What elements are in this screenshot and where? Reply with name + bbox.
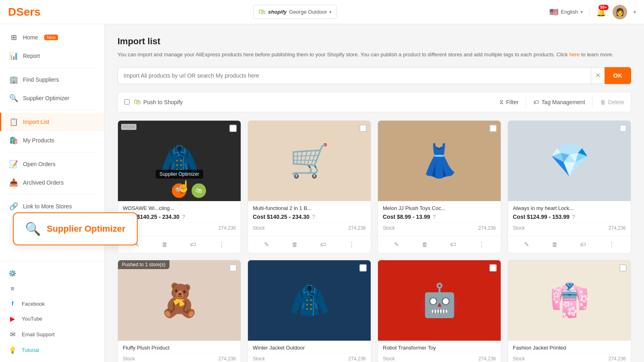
edit-icon-4[interactable]: ✎ [522, 239, 531, 250]
product-card-6[interactable]: 🧥 Winter Jacket Outdoor Stock 274,236 ✎ … [248, 260, 371, 362]
sidebar-nav: ⊞ Home New 📊 Report 🏢 Find Suppliers 🔍 S… [0, 24, 104, 261]
more-icon-2[interactable]: ⋮ [347, 239, 356, 250]
product-checkbox-8[interactable] [619, 264, 627, 272]
sidebar: ⊞ Home New 📊 Report 🏢 Find Suppliers 🔍 S… [0, 24, 105, 362]
shopify-overlay-icon[interactable]: 🛍 [192, 183, 206, 198]
layout: ⊞ Home New 📊 Report 🏢 Find Suppliers 🔍 S… [0, 24, 644, 362]
delete-icon-4[interactable]: 🗑 [550, 239, 559, 249]
product-name-4: Always in my heart Lock... [513, 205, 626, 211]
product-card-8[interactable]: 👘 Fashion Jacket Printed Stock 274,236 ✎… [508, 260, 631, 362]
product-card-1[interactable]: WUSA 🧥 Supplier Optimizer 🔍 🛍 ☝️ WOSAWE … [118, 120, 241, 253]
sidebar-item-home[interactable]: ⊞ Home New [0, 28, 104, 47]
product-stock-8: Stock 274,236 [513, 353, 626, 362]
learn-more-link[interactable]: here [569, 51, 580, 58]
filter-button[interactable]: ⧖ Filter [500, 99, 518, 105]
product-checkbox-6[interactable] [359, 264, 367, 272]
cost-help-3[interactable]: ? [433, 214, 436, 220]
shopify-icon: 🛍 [258, 8, 266, 16]
product-checkbox-7[interactable] [489, 264, 497, 272]
product-card-4[interactable]: 💎 Always in my heart Lock... Cost $124.9… [508, 120, 631, 253]
select-all-checkbox[interactable] [124, 99, 130, 105]
sidebar-footer-settings[interactable]: ⚙️ [0, 265, 104, 281]
product-checkbox-1[interactable] [229, 125, 237, 132]
shopify-store-selector[interactable]: 🛍 shopify George Outdoor ▾ [253, 5, 337, 19]
language-selector[interactable]: 🇺🇸 English ▾ [549, 8, 583, 16]
cost-help-2[interactable]: ? [312, 214, 316, 220]
product-checkbox-5[interactable] [229, 264, 237, 272]
product-checkbox-3[interactable] [489, 125, 497, 132]
sidebar-item-find-suppliers[interactable]: 🏢 Find Suppliers [0, 70, 104, 89]
product-body-8: Fashion Jacket Printed Stock 274,236 [508, 341, 631, 362]
sidebar-footer-facebook[interactable]: f Facebook [0, 296, 104, 311]
tag-icon-1[interactable]: 🏷 [188, 239, 198, 249]
avatar[interactable]: 👩 [613, 5, 627, 19]
cost-help-4[interactable]: ? [572, 214, 576, 220]
toolbar-divider-1 [526, 96, 526, 108]
sidebar-item-supplier-optimizer[interactable]: 🔍 Supplier Optimizer [0, 89, 104, 107]
delete-button[interactable]: 🗑 Delete [600, 99, 624, 105]
sidebar-item-my-products[interactable]: 🛍️ My Products [0, 131, 104, 150]
tag-icon-2[interactable]: 🏷 [318, 239, 328, 249]
find-suppliers-icon: 🏢 [9, 75, 18, 84]
push-to-shopify-button[interactable]: 🛍 Push to Shopify [134, 95, 183, 109]
sidebar-footer-youtube[interactable]: ▶ YouTube [0, 311, 104, 327]
edit-icon-3[interactable]: ✎ [392, 239, 401, 250]
product-checkbox-4[interactable] [619, 125, 627, 132]
email-label: Email Support [22, 331, 55, 337]
sidebar-footer-tutorial[interactable]: 💡 Tutorial [0, 342, 104, 358]
sidebar-label-link-stores: Link to More Stores [23, 203, 72, 210]
tag-icon-4[interactable]: 🏷 [578, 239, 588, 249]
edit-icon-1[interactable]: ✎ [132, 239, 141, 250]
search-overlay-icon[interactable]: 🔍 [172, 183, 186, 198]
product-card-2[interactable]: 🛒 Multi-functional 2 in 1 B... Cost $140… [248, 120, 371, 253]
sidebar-label-report: Report [23, 53, 40, 59]
edit-icon-2[interactable]: ✎ [262, 239, 271, 250]
delete-icon-2[interactable]: 🗑 [290, 239, 299, 249]
product-card-7[interactable]: 🤖 Robot Transformer Toy Stock 274,236 ✎ … [378, 260, 501, 362]
my-products-icon: 🛍️ [9, 136, 18, 145]
search-bar: ✕ OK [118, 67, 631, 84]
toolbar-shopify-icon: 🛍 [134, 98, 141, 106]
logo[interactable]: DSers [8, 6, 41, 19]
more-icon-4[interactable]: ⋮ [607, 239, 616, 250]
product-name-6: Winter Jacket Outdoor [253, 345, 366, 351]
product-card-3[interactable]: 👗 Melon JJ Plush Toys Coc... Cost $8.99 … [378, 120, 501, 253]
settings-icon: ⚙️ [8, 269, 17, 277]
language-label: English [561, 9, 578, 15]
product-image-5: Pushed to 1 store(s) 🧸 [118, 260, 241, 341]
product-actions-1: ✎ 🗑 🏷 ⋮ [118, 236, 241, 253]
sidebar-item-import-list[interactable]: 📋 Import List [0, 113, 104, 131]
sidebar-item-open-orders[interactable]: 📝 Open Orders [0, 155, 104, 173]
product-image-1: WUSA 🧥 Supplier Optimizer 🔍 🛍 ☝️ [118, 121, 241, 201]
delete-icon-1[interactable]: 🗑 [160, 239, 169, 249]
delete-icon-3[interactable]: 🗑 [420, 239, 429, 249]
notification-button[interactable]: 🔔 99+ [596, 7, 606, 17]
tag-label: Tag Management [541, 99, 585, 105]
archived-orders-icon: 📥 [9, 178, 18, 187]
search-clear-button[interactable]: ✕ [591, 67, 605, 84]
sidebar-footer-email[interactable]: ✉ Email Support [0, 327, 104, 342]
notification-badge: 99+ [599, 5, 609, 10]
main-content: Import list You can import and manage yo… [105, 24, 644, 362]
search-ok-button[interactable]: OK [605, 67, 632, 84]
sidebar-item-report[interactable]: 📊 Report [0, 47, 104, 65]
product-image-3: 👗 [378, 121, 501, 201]
search-input[interactable] [118, 67, 591, 84]
more-icon-3[interactable]: ⋮ [477, 239, 486, 250]
product-card-5[interactable]: Pushed to 1 store(s) 🧸 Fluffy Plush Prod… [118, 260, 241, 362]
youtube-icon: ▶ [8, 315, 17, 323]
product-checkbox-2[interactable] [359, 125, 367, 132]
product-name-3: Melon JJ Plush Toys Coc... [383, 205, 496, 211]
cost-help-1[interactable]: ? [182, 214, 186, 220]
tag-icon: 🏷 [533, 99, 539, 105]
tag-icon-3[interactable]: 🏷 [448, 239, 458, 249]
sidebar-item-link-stores[interactable]: 🔗 Link to More Stores [0, 197, 104, 216]
sidebar-footer-custom[interactable]: ≡ [0, 281, 104, 296]
sidebar-divider-3 [6, 152, 98, 152]
home-icon: ⊞ [9, 33, 18, 42]
link-stores-icon: 🔗 [9, 202, 18, 211]
sidebar-item-archived-orders[interactable]: 📥 Archived Orders [0, 173, 104, 192]
sidebar-label-my-products: My Products [23, 137, 54, 144]
more-icon-1[interactable]: ⋮ [217, 239, 226, 250]
tag-management-button[interactable]: 🏷 Tag Management [533, 99, 585, 105]
